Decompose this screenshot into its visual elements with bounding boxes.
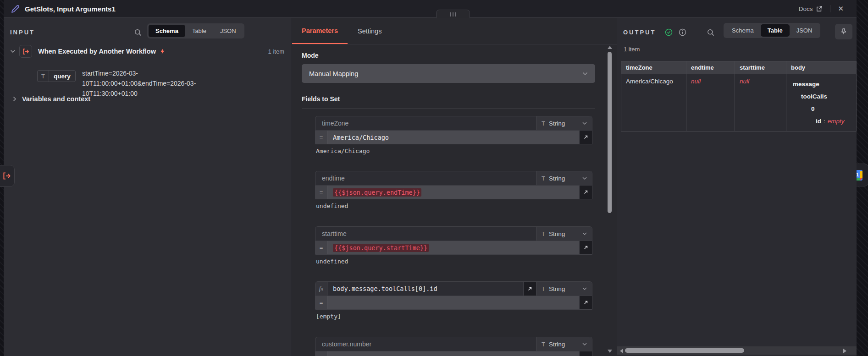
mode-select-value: Manual Mapping	[309, 70, 358, 77]
mode-select[interactable]: Manual Mapping	[302, 64, 595, 83]
expand-icon	[583, 189, 589, 195]
tab-settings[interactable]: Settings	[348, 18, 391, 44]
field-name-input[interactable]: customer.number	[315, 337, 536, 351]
schema-field-query[interactable]: T query	[37, 70, 76, 82]
tab-output-schema[interactable]: Schema	[725, 24, 761, 37]
chevron-down-icon	[582, 72, 588, 76]
expression-value: {{$json.query.endTime}}	[333, 188, 421, 197]
string-type-icon: T	[542, 120, 545, 127]
tab-input-json[interactable]: JSON	[213, 25, 243, 37]
schema-field-name: query	[49, 73, 75, 80]
parameters-panel: Parameters Settings Mode Manual Mapping …	[292, 18, 617, 356]
input-item-count: 1 item	[268, 48, 284, 55]
field-value-input[interactable]	[327, 296, 579, 309]
open-expression-editor-button[interactable]	[579, 241, 592, 254]
input-panel-title: INPUT	[10, 29, 35, 36]
string-type-icon: T	[542, 285, 545, 292]
field-type-select[interactable]: T String	[536, 227, 592, 241]
scroll-down-arrow[interactable]	[608, 350, 612, 353]
expand-icon	[583, 245, 589, 251]
fields-divider	[302, 108, 595, 109]
edit-pencil-icon[interactable]	[11, 5, 19, 13]
field-value-hint: undefined	[315, 258, 592, 265]
open-expression-editor-button[interactable]	[579, 296, 592, 309]
lightning-bolt-icon	[160, 48, 165, 55]
field-value-hint: America/Chicago	[315, 148, 592, 154]
input-connector-node-button[interactable]	[0, 165, 15, 187]
external-link-icon	[816, 5, 823, 12]
field-value-input[interactable]: {{$json.query.endTime}}	[327, 186, 579, 199]
scroll-right-arrow[interactable]	[843, 349, 846, 353]
field-value-input[interactable]: {{$json.query.startTime}}	[327, 241, 579, 254]
fx-prefix: fx	[315, 282, 327, 296]
node-title: GetSlots, Input Arguments1	[25, 5, 116, 13]
scrollbar-thumb[interactable]	[625, 348, 744, 353]
field-name-input[interactable]: endtime	[315, 171, 536, 185]
tree-node: id:empty	[816, 115, 851, 127]
open-expression-editor-button[interactable]	[579, 131, 592, 144]
field-value-input[interactable]	[327, 351, 579, 356]
field-type-select[interactable]: T String	[536, 282, 592, 296]
equals-prefix: =	[315, 351, 327, 356]
scroll-up-arrow[interactable]	[608, 46, 612, 49]
field-type-select[interactable]: T String	[536, 171, 592, 185]
field-type-select[interactable]: T String	[536, 337, 592, 351]
table-cell: null	[686, 74, 735, 131]
open-expression-editor-button[interactable]	[579, 351, 592, 356]
field-card-starttime: starttime T String = {{$json.query.start…	[315, 226, 592, 265]
fields-to-set-label: Fields to Set	[302, 95, 340, 103]
string-type-icon: T	[542, 175, 545, 182]
tab-input-schema[interactable]: Schema	[149, 25, 185, 37]
field-value-hint: undefined	[315, 203, 592, 209]
column-header[interactable]: body	[786, 61, 856, 74]
field-name-input[interactable]: body.message.toolCalls[0].id	[327, 282, 523, 296]
column-header[interactable]: endtime	[686, 61, 735, 74]
open-expression-editor-button[interactable]	[523, 282, 536, 296]
tab-input-table[interactable]: Table	[185, 25, 213, 37]
open-expression-editor-button[interactable]	[579, 186, 592, 199]
field-type-select[interactable]: T String	[536, 116, 592, 130]
scroll-left-arrow[interactable]	[620, 349, 623, 353]
equals-prefix: =	[315, 241, 327, 254]
field-value-input[interactable]: America/Chicago	[327, 131, 579, 144]
ndv-tabs: Parameters Settings	[292, 18, 617, 44]
equals-prefix: =	[315, 186, 327, 199]
tab-output-json[interactable]: JSON	[790, 24, 819, 37]
tree-node: toolCalls	[801, 90, 851, 103]
string-type-icon: T	[542, 341, 545, 348]
chevron-right-icon	[13, 96, 17, 102]
docs-link[interactable]: Docs	[799, 5, 823, 12]
node-title-bar: GetSlots, Input Arguments1 Docs ✕	[4, 0, 857, 18]
field-name-input[interactable]: starttime	[315, 227, 536, 241]
expand-icon	[527, 286, 533, 292]
parameters-scrollbar[interactable]	[607, 44, 613, 356]
pin-data-button[interactable]	[835, 24, 852, 39]
field-card-timezone: timeZone T String = America/Chicago Amer…	[315, 116, 592, 154]
column-header[interactable]: timeZone	[621, 61, 686, 74]
output-horizontal-scrollbar[interactable]	[617, 346, 857, 355]
field-card-customer-number: customer.number T String =	[315, 337, 592, 356]
tab-output-table[interactable]: Table	[761, 24, 790, 37]
chevron-down-icon[interactable]	[10, 49, 16, 53]
variables-and-context-label: Variables and context	[22, 95, 90, 103]
mode-label: Mode	[302, 52, 319, 59]
tab-parameters[interactable]: Parameters	[292, 18, 348, 44]
close-icon[interactable]: ✕	[838, 5, 844, 13]
tree-node: 0	[811, 103, 851, 115]
info-icon[interactable]	[679, 28, 686, 36]
input-source-row: When Executed by Another Workflow 1 item	[9, 45, 284, 58]
tree-node: message	[793, 78, 851, 90]
input-source-name[interactable]: When Executed by Another Workflow	[38, 48, 156, 55]
expression-value: {{$json.query.startTime}}	[333, 244, 429, 252]
search-icon[interactable]	[707, 29, 714, 36]
table-cell-body-tree: message toolCalls 0 id:empty	[786, 74, 856, 131]
field-name-input[interactable]: timeZone	[315, 116, 536, 130]
scrollbar-thumb[interactable]	[608, 52, 612, 213]
table-cell: null	[735, 74, 786, 131]
panel-drag-handle[interactable]	[436, 10, 470, 18]
search-icon[interactable]	[134, 29, 142, 36]
equals-prefix: =	[315, 296, 327, 309]
chevron-down-icon	[582, 122, 587, 125]
column-header[interactable]: starttime	[735, 61, 786, 74]
variables-and-context-row[interactable]: Variables and context	[13, 95, 90, 103]
